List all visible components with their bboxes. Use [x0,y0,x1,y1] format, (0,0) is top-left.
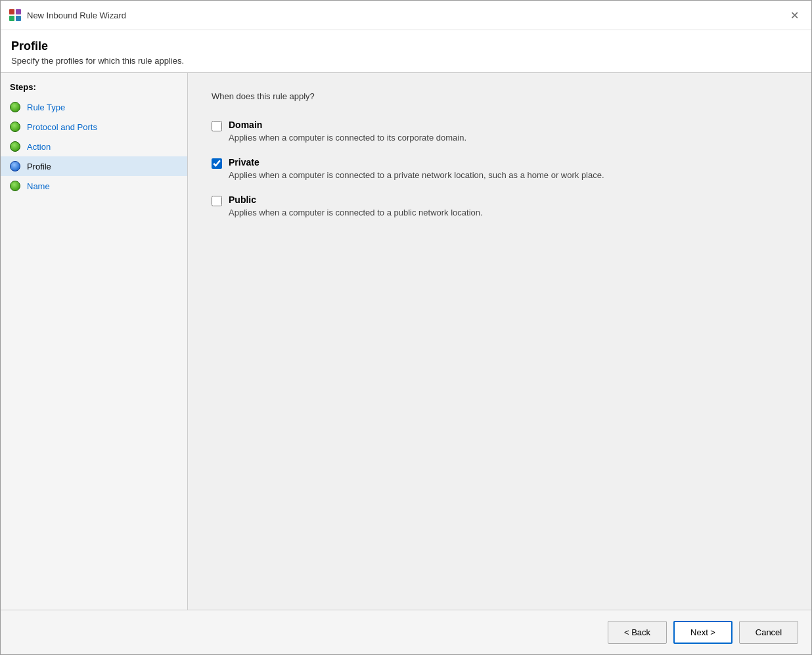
window-title: New Inbound Rule Wizard [27,11,126,20]
private-checkbox[interactable] [212,158,222,169]
svg-rect-3 [16,16,21,21]
option-item-domain: Domain Applies when a computer is connec… [212,120,788,144]
page-title: Profile [11,39,801,53]
step-label-profile: Profile [27,162,51,171]
next-button[interactable]: Next > [673,621,733,644]
domain-description: Applies when a computer is connected to … [229,132,466,144]
step-dot-action [10,141,20,152]
domain-label[interactable]: Domain [229,120,466,130]
cancel-button[interactable]: Cancel [739,621,798,644]
private-label[interactable]: Private [229,157,604,168]
option-item-private: Private Applies when a computer is conne… [212,157,788,181]
public-description: Applies when a computer is connected to … [229,207,483,219]
question-text: When does this rule apply? [212,91,788,101]
step-label-name: Name [27,181,50,191]
sidebar-item-rule-type[interactable]: Rule Type [1,97,187,117]
option-group: Domain Applies when a computer is connec… [212,120,788,219]
title-bar-left: New Inbound Rule Wizard [9,8,126,23]
step-label-rule-type: Rule Type [27,102,65,112]
svg-rect-0 [9,9,14,14]
domain-checkbox[interactable] [212,121,222,131]
private-description: Applies when a computer is connected to … [229,169,604,181]
step-dot-rule-type [10,102,20,112]
app-icon [9,8,22,23]
sidebar: Steps: Rule Type Protocol and Ports Acti… [1,73,188,610]
public-label[interactable]: Public [229,194,483,205]
step-dot-profile [10,161,20,171]
main-content: Steps: Rule Type Protocol and Ports Acti… [1,73,811,610]
option-item-public: Public Applies when a computer is connec… [212,194,788,219]
page-subtitle: Specify the profiles for which this rule… [11,56,801,66]
svg-rect-1 [16,9,21,14]
public-checkbox[interactable] [212,196,222,206]
steps-label: Steps: [1,82,187,97]
back-button[interactable]: < Back [608,621,667,644]
sidebar-item-profile[interactable]: Profile [1,156,187,176]
footer: < Back Next > Cancel [1,610,811,654]
step-label-action: Action [27,142,51,152]
close-button[interactable]: ✕ [785,6,803,24]
title-bar: New Inbound Rule Wizard ✕ [1,1,811,30]
step-dot-protocol-and-ports [10,122,20,132]
header-section: Profile Specify the profiles for which t… [1,30,811,73]
step-label-protocol-and-ports: Protocol and Ports [27,122,97,132]
svg-rect-2 [9,16,14,21]
wizard-window: New Inbound Rule Wizard ✕ Profile Specif… [0,0,812,655]
step-dot-name [10,181,20,191]
content-panel: When does this rule apply? Domain Applie… [188,73,811,610]
sidebar-item-name[interactable]: Name [1,176,187,196]
sidebar-item-protocol-and-ports[interactable]: Protocol and Ports [1,117,187,137]
sidebar-item-action[interactable]: Action [1,137,187,156]
